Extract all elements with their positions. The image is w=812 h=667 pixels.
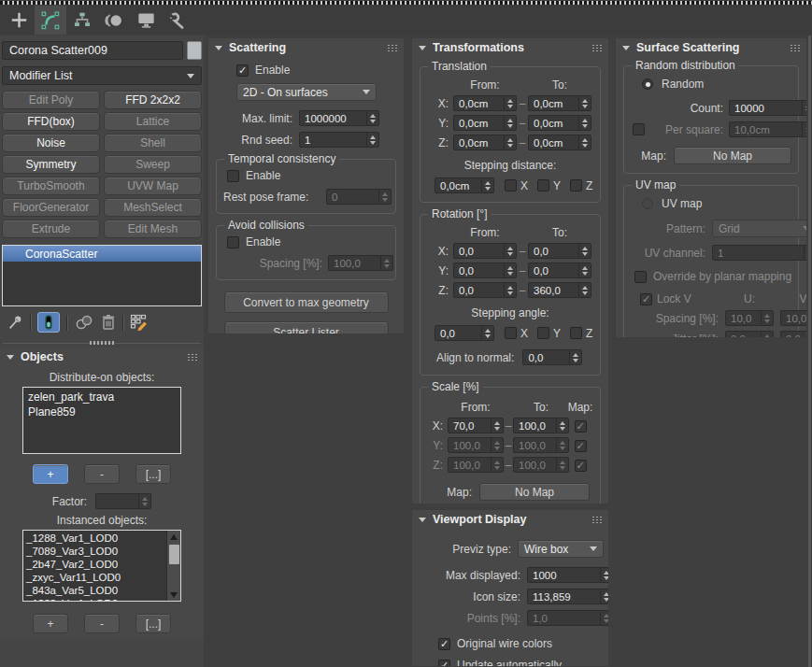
distribute-pick-button[interactable]: [...] — [135, 464, 171, 484]
modbtn-lattice[interactable]: Lattice — [104, 112, 202, 131]
list-item[interactable]: _1288_Var1_LOD0 — [26, 532, 164, 545]
angle-z-checkbox[interactable] — [570, 327, 582, 339]
scale-x-map-checkbox[interactable] — [575, 420, 587, 433]
scattering-rollout-header[interactable]: Scattering — [208, 38, 404, 57]
panel-resize-handle[interactable] — [0, 336, 204, 348]
tab-display[interactable] — [130, 6, 162, 35]
modbtn-edit-poly[interactable]: Edit Poly — [2, 91, 100, 109]
list-item[interactable]: zelen_park_trava — [28, 390, 176, 404]
instanced-remove-button[interactable]: - — [84, 614, 120, 633]
list-item[interactable]: _2b47_Var2_LOD0 — [26, 558, 164, 571]
rnd-seed-field[interactable]: 1 — [299, 132, 379, 148]
object-color-swatch[interactable] — [187, 41, 202, 60]
random-radio[interactable] — [642, 78, 653, 90]
list-item[interactable]: _7089_Var3_LOD0 — [26, 545, 164, 558]
list-item[interactable]: _zxyc_Var11_LOD0 — [26, 571, 164, 584]
modbtn-symmetry[interactable]: Symmetry — [2, 155, 100, 174]
translate-z-from-field[interactable]: 0,0cm — [453, 135, 517, 150]
angle-x-checkbox[interactable] — [505, 327, 517, 339]
list-item-partial[interactable]: _1288_Var1_LOD0 — [26, 597, 164, 601]
translate-y-from-field[interactable]: 0,0cm — [453, 115, 517, 131]
convert-to-max-geometry-button[interactable]: Convert to max geometry — [224, 291, 389, 313]
modifier-list-dropdown[interactable]: Modifier List — [2, 66, 202, 85]
previz-type-dropdown[interactable]: Wire box — [518, 540, 604, 558]
rotate-x-to-field[interactable]: 0,0 — [528, 243, 591, 259]
tab-utilities[interactable] — [162, 6, 193, 35]
modbtn-edit-mesh[interactable]: Edit Mesh — [104, 220, 202, 238]
translate-z-to-field[interactable]: 0,0cm — [528, 135, 591, 150]
modbtn-turbosmooth[interactable]: TurboSmooth — [2, 177, 100, 195]
step-y-checkbox[interactable] — [537, 179, 549, 192]
angle-y-checkbox[interactable] — [537, 327, 549, 339]
rotate-y-to-field[interactable]: 0,0 — [528, 263, 591, 278]
pin-stack-icon[interactable] — [7, 315, 23, 331]
scroll-down-icon[interactable] — [167, 589, 180, 601]
step-x-checkbox[interactable] — [505, 179, 517, 192]
tab-modify[interactable] — [35, 6, 66, 35]
modbtn-ffd-box[interactable]: FFD(box) — [2, 112, 100, 131]
collisions-enable-checkbox[interactable] — [227, 236, 239, 248]
rotate-x-from-field[interactable]: 0,0 — [453, 243, 517, 259]
scale-x-from-field[interactable]: 70,0 — [448, 418, 504, 433]
make-unique-icon[interactable] — [74, 314, 94, 331]
uv-map-radio[interactable] — [642, 198, 653, 209]
viewport-display-rollout-header[interactable]: Viewport Display — [412, 510, 608, 529]
object-name-field[interactable]: Corona Scatter009 — [2, 41, 183, 60]
transformations-rollout-header[interactable]: Transformations — [412, 38, 608, 57]
rotate-y-from-field[interactable]: 0,0 — [453, 263, 517, 278]
spinner-icon[interactable] — [366, 133, 378, 147]
scatter-enable-checkbox[interactable] — [236, 64, 249, 77]
tab-motion[interactable] — [98, 6, 130, 35]
list-item[interactable]: Plane859 — [28, 404, 176, 419]
stack-item-coronascatter[interactable]: CoronaScatter — [3, 246, 201, 262]
modbtn-extrude[interactable]: Extrude — [2, 220, 100, 238]
instanced-pick-button[interactable]: [...] — [135, 614, 171, 633]
dock-handle-strip[interactable] — [0, 1, 812, 5]
scale-x-to-field[interactable]: 100,0 — [513, 418, 569, 433]
count-field[interactable]: 10000 — [729, 100, 807, 116]
objects-rollout-header[interactable]: Objects — [0, 348, 204, 366]
instanced-add-button[interactable]: + — [33, 614, 68, 633]
rotate-z-to-field[interactable]: 360,0 — [528, 282, 591, 298]
scroll-thumb[interactable] — [169, 545, 179, 564]
modbtn-meshselect[interactable]: MeshSelect — [104, 198, 202, 217]
tab-hierarchy[interactable] — [66, 6, 98, 35]
stepping-angle-field[interactable]: 0,0 — [434, 325, 494, 341]
original-wire-colors-checkbox[interactable] — [438, 638, 450, 650]
configure-modifier-sets-icon[interactable] — [130, 314, 149, 331]
modbtn-uvw-map[interactable]: UVW Map — [104, 177, 202, 195]
translate-x-from-field[interactable]: 0,0cm — [453, 95, 517, 111]
translate-y-to-field[interactable]: 0,0cm — [528, 115, 591, 131]
scatter-mode-dropdown[interactable]: 2D - On surfaces — [236, 83, 377, 101]
list-item[interactable]: _843a_Var5_LOD0 — [26, 584, 164, 597]
per-square-checkbox[interactable] — [633, 123, 645, 135]
icon-size-field[interactable]: 113,859 — [527, 589, 609, 604]
align-to-normal-field[interactable]: 0,0 — [522, 349, 582, 365]
surface-scattering-rollout-header[interactable]: Surface Scattering — [616, 38, 806, 57]
modbtn-floorgenerator[interactable]: FloorGenerator — [2, 198, 100, 217]
panel-scrollbar[interactable] — [808, 35, 811, 667]
spinner-icon[interactable] — [366, 111, 378, 125]
translate-x-to-field[interactable]: 0,0cm — [528, 95, 591, 111]
modbtn-sweep[interactable]: Sweep — [104, 155, 202, 174]
remove-modifier-trash-icon[interactable] — [101, 314, 116, 331]
stepping-distance-field[interactable]: 0,0cm — [434, 177, 494, 193]
scale-map-button[interactable]: No Map — [479, 483, 590, 501]
distribution-map-button[interactable]: No Map — [674, 147, 791, 164]
temporal-enable-checkbox[interactable] — [227, 170, 239, 182]
show-end-result-button[interactable] — [37, 312, 60, 333]
scroll-up-icon[interactable] — [167, 531, 180, 543]
distribute-remove-button[interactable]: - — [84, 464, 120, 484]
max-displayed-field[interactable]: 1000 — [527, 567, 609, 583]
rotate-z-from-field[interactable]: 0,0 — [453, 282, 517, 298]
modbtn-noise[interactable]: Noise — [2, 134, 100, 152]
modbtn-ffd-2x2x2[interactable]: FFD 2x2x2 — [104, 91, 202, 109]
scatter-lister-button[interactable]: Scatter Lister — [224, 321, 389, 334]
tab-create[interactable] — [3, 6, 35, 35]
max-limit-field[interactable]: 1000000 — [299, 110, 379, 126]
update-automatically-checkbox[interactable] — [438, 660, 450, 667]
list-scrollbar[interactable] — [166, 531, 180, 601]
distribute-add-button[interactable]: + — [33, 464, 68, 484]
step-z-checkbox[interactable] — [570, 179, 582, 192]
modbtn-shell[interactable]: Shell — [104, 134, 202, 152]
